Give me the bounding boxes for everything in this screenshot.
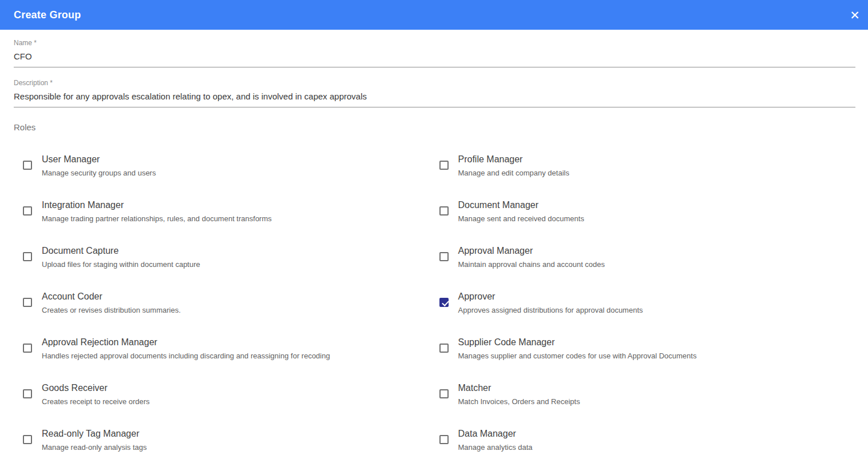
role-description: Manage trading partner relationships, ru… [42,214,272,223]
role-description: Upload files for staging within document… [42,260,200,269]
dialog-content: Name * CFO Description * Responsible for… [0,30,868,471]
role-description: Manage read-only analysis tags [42,443,147,452]
role-item-read-only-tag-manager: Read-only Tag Manager Manage read-only a… [23,428,439,454]
page-title: Create Group [14,9,81,21]
checkbox-supplier-code-manager[interactable] [439,344,449,353]
create-group-dialog: Create Group ✕ Name * CFO Description * … [0,0,868,471]
role-name: Approval Manager [458,245,605,256]
role-description: Approves assigned distributions for appr… [458,306,643,315]
role-item-user-manager: User Manager Manage security groups and … [23,154,439,180]
role-name: Matcher [458,382,580,393]
name-field-group: Name * CFO [14,39,855,67]
role-item-goods-receiver: Goods Receiver Creates receipt to receiv… [23,382,439,409]
role-description: Manages supplier and customer codes for … [458,352,697,361]
checkbox-profile-manager[interactable] [439,161,449,170]
name-input[interactable]: CFO [14,51,855,67]
role-item-integration-manager: Integration Manager Manage trading partn… [23,199,439,226]
role-item-approval-rejection-manager: Approval Rejection Manager Handles rejec… [23,337,439,363]
role-description: Manage security groups and users [42,169,156,178]
role-item-document-manager: Document Manager Manage sent and receive… [439,199,856,226]
checkbox-read-only-tag-manager[interactable] [23,435,32,444]
checkbox-approval-manager[interactable] [439,252,449,261]
role-item-approver: Approver Approves assigned distributions… [439,291,856,317]
role-name: Account Coder [42,291,181,302]
checkbox-document-capture[interactable] [23,252,32,261]
role-name: Profile Manager [458,154,569,165]
description-input[interactable]: Responsible for any approvals escalation… [14,91,855,107]
role-item-account-coder: Account Coder Creates or revises distrib… [23,291,439,317]
checkbox-account-coder[interactable] [23,298,32,307]
checkbox-goods-receiver[interactable] [23,389,32,398]
checkbox-user-manager[interactable] [23,161,32,170]
role-name: Supplier Code Manager [458,337,697,348]
description-field-group: Description * Responsible for any approv… [14,79,855,107]
role-name: Data Manager [458,428,533,439]
role-description: Creates receipt to receive orders [42,397,150,406]
role-name: Document Capture [42,245,200,256]
dialog-header: Create Group ✕ [0,0,868,30]
role-description: Handles rejected approval documents incl… [42,352,330,361]
role-description: Maintain approval chains and account cod… [458,260,605,269]
roles-grid: User Manager Manage security groups and … [14,154,855,471]
description-field-label: Description * [14,79,855,87]
close-icon[interactable]: ✕ [845,5,865,25]
role-description: Creates or revises distribution summarie… [42,306,181,315]
role-item-approval-manager: Approval Manager Maintain approval chain… [439,245,856,272]
role-name: Goods Receiver [42,382,150,393]
checkbox-document-manager[interactable] [439,206,449,215]
checkbox-approver[interactable] [439,298,449,307]
role-name: User Manager [42,154,156,165]
role-name: Approval Rejection Manager [42,337,330,348]
roles-section-label: Roles [14,122,855,132]
role-name: Read-only Tag Manager [42,428,147,439]
checkbox-matcher[interactable] [439,389,449,398]
role-description: Manage sent and received documents [458,214,584,223]
role-name: Integration Manager [42,199,272,210]
role-item-supplier-code-manager: Supplier Code Manager Manages supplier a… [439,337,856,363]
role-item-matcher: Matcher Match Invoices, Orders and Recei… [439,382,856,409]
role-name: Document Manager [458,199,584,210]
role-name: Approver [458,291,643,302]
role-item-data-manager: Data Manager Manage analytics data [439,428,856,454]
checkbox-data-manager[interactable] [439,435,449,444]
role-description: Manage analytics data [458,443,533,452]
name-field-label: Name * [14,39,855,47]
role-item-profile-manager: Profile Manager Manage and edit company … [439,154,856,180]
role-description: Match Invoices, Orders and Receipts [458,397,580,406]
checkbox-approval-rejection-manager[interactable] [23,344,32,353]
role-description: Manage and edit company details [458,169,569,178]
checkbox-integration-manager[interactable] [23,206,32,215]
role-item-document-capture: Document Capture Upload files for stagin… [23,245,439,272]
